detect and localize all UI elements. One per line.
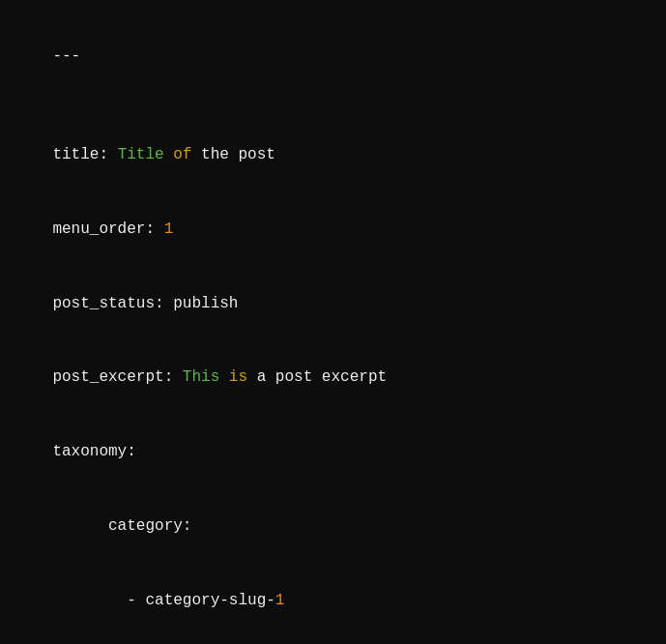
title-key: title: — [52, 146, 117, 163]
post-excerpt-line: post_excerpt: This is a post excerpt — [15, 341, 651, 416]
post-excerpt-key: post_excerpt: — [52, 368, 182, 386]
cat-num-1: 1 — [275, 592, 285, 609]
post-excerpt-this: This — [183, 368, 219, 386]
menu-order-line: menu_order: 1 — [15, 192, 651, 267]
menu-order-key: menu_order: — [52, 220, 163, 238]
title-line: title: Title of the post — [15, 118, 651, 192]
cat-item1-line: - category-slug-1 — [15, 564, 651, 638]
cat-slug-1: category-slug- — [145, 592, 275, 609]
title-value: Title — [118, 146, 164, 163]
of-keyword: of — [173, 146, 191, 163]
category-line: category: — [15, 489, 651, 564]
code-content: --- title: Title of the post menu_order:… — [15, 19, 651, 644]
cat-item2-line: - category-slug-2 — [15, 638, 651, 644]
taxonomy-line: taxonomy: — [15, 416, 651, 490]
blank-line-1 — [15, 94, 651, 119]
post-excerpt-plain: a post excerpt — [257, 368, 387, 386]
category-key: category: — [52, 517, 191, 535]
post-status-line: post_status: publish — [15, 267, 651, 341]
is-keyword: is — [229, 368, 247, 386]
title-plain: the post — [201, 146, 275, 163]
post-status-value: publish — [173, 295, 238, 312]
menu-order-value: 1 — [164, 220, 174, 238]
taxonomy-key: taxonomy: — [52, 443, 135, 460]
separator-top: --- — [15, 19, 651, 94]
post-status-key: post_status: — [52, 295, 173, 312]
